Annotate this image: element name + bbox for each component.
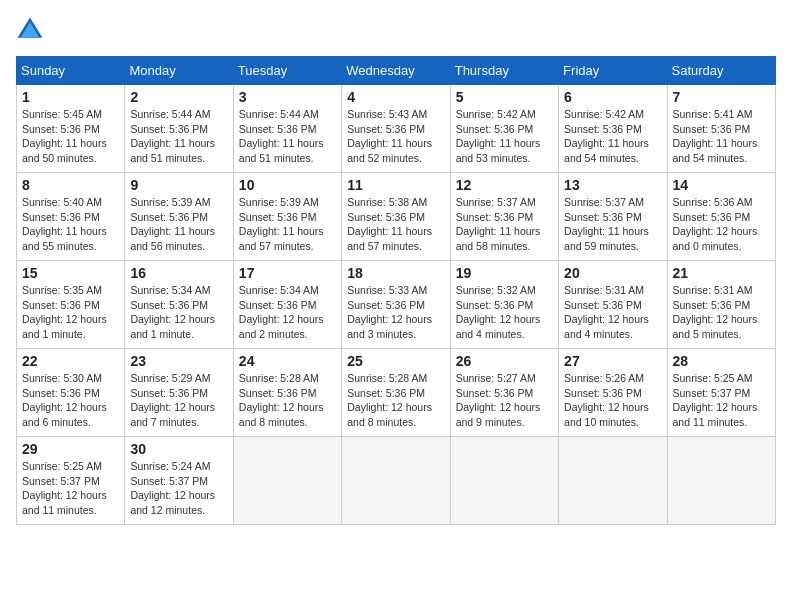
day-info: Sunrise: 5:44 AMSunset: 5:36 PMDaylight:… bbox=[239, 107, 336, 166]
calendar-header-wednesday: Wednesday bbox=[342, 57, 450, 85]
calendar-cell: 8Sunrise: 5:40 AMSunset: 5:36 PMDaylight… bbox=[17, 173, 125, 261]
calendar-cell: 10Sunrise: 5:39 AMSunset: 5:36 PMDayligh… bbox=[233, 173, 341, 261]
calendar-cell: 26Sunrise: 5:27 AMSunset: 5:36 PMDayligh… bbox=[450, 349, 558, 437]
day-number: 10 bbox=[239, 177, 336, 193]
calendar-cell: 19Sunrise: 5:32 AMSunset: 5:36 PMDayligh… bbox=[450, 261, 558, 349]
day-info: Sunrise: 5:44 AMSunset: 5:36 PMDaylight:… bbox=[130, 107, 227, 166]
calendar-cell: 5Sunrise: 5:42 AMSunset: 5:36 PMDaylight… bbox=[450, 85, 558, 173]
day-number: 16 bbox=[130, 265, 227, 281]
day-info: Sunrise: 5:42 AMSunset: 5:36 PMDaylight:… bbox=[564, 107, 661, 166]
day-number: 25 bbox=[347, 353, 444, 369]
day-number: 1 bbox=[22, 89, 119, 105]
day-info: Sunrise: 5:39 AMSunset: 5:36 PMDaylight:… bbox=[239, 195, 336, 254]
calendar-cell: 24Sunrise: 5:28 AMSunset: 5:36 PMDayligh… bbox=[233, 349, 341, 437]
calendar-cell: 29Sunrise: 5:25 AMSunset: 5:37 PMDayligh… bbox=[17, 437, 125, 525]
day-info: Sunrise: 5:39 AMSunset: 5:36 PMDaylight:… bbox=[130, 195, 227, 254]
day-info: Sunrise: 5:37 AMSunset: 5:36 PMDaylight:… bbox=[564, 195, 661, 254]
calendar-cell bbox=[667, 437, 775, 525]
calendar-cell: 25Sunrise: 5:28 AMSunset: 5:36 PMDayligh… bbox=[342, 349, 450, 437]
day-info: Sunrise: 5:38 AMSunset: 5:36 PMDaylight:… bbox=[347, 195, 444, 254]
day-number: 9 bbox=[130, 177, 227, 193]
calendar-week-2: 8Sunrise: 5:40 AMSunset: 5:36 PMDaylight… bbox=[17, 173, 776, 261]
day-info: Sunrise: 5:42 AMSunset: 5:36 PMDaylight:… bbox=[456, 107, 553, 166]
calendar-cell: 27Sunrise: 5:26 AMSunset: 5:36 PMDayligh… bbox=[559, 349, 667, 437]
calendar-cell: 11Sunrise: 5:38 AMSunset: 5:36 PMDayligh… bbox=[342, 173, 450, 261]
calendar-cell: 17Sunrise: 5:34 AMSunset: 5:36 PMDayligh… bbox=[233, 261, 341, 349]
calendar-cell: 6Sunrise: 5:42 AMSunset: 5:36 PMDaylight… bbox=[559, 85, 667, 173]
calendar-header-saturday: Saturday bbox=[667, 57, 775, 85]
day-number: 3 bbox=[239, 89, 336, 105]
day-number: 26 bbox=[456, 353, 553, 369]
calendar-week-5: 29Sunrise: 5:25 AMSunset: 5:37 PMDayligh… bbox=[17, 437, 776, 525]
day-number: 14 bbox=[673, 177, 770, 193]
calendar-cell: 30Sunrise: 5:24 AMSunset: 5:37 PMDayligh… bbox=[125, 437, 233, 525]
logo bbox=[16, 16, 48, 44]
day-number: 30 bbox=[130, 441, 227, 457]
day-info: Sunrise: 5:30 AMSunset: 5:36 PMDaylight:… bbox=[22, 371, 119, 430]
day-number: 12 bbox=[456, 177, 553, 193]
day-info: Sunrise: 5:43 AMSunset: 5:36 PMDaylight:… bbox=[347, 107, 444, 166]
day-info: Sunrise: 5:35 AMSunset: 5:36 PMDaylight:… bbox=[22, 283, 119, 342]
day-number: 7 bbox=[673, 89, 770, 105]
calendar-cell: 28Sunrise: 5:25 AMSunset: 5:37 PMDayligh… bbox=[667, 349, 775, 437]
day-number: 6 bbox=[564, 89, 661, 105]
day-info: Sunrise: 5:29 AMSunset: 5:36 PMDaylight:… bbox=[130, 371, 227, 430]
day-number: 22 bbox=[22, 353, 119, 369]
day-info: Sunrise: 5:36 AMSunset: 5:36 PMDaylight:… bbox=[673, 195, 770, 254]
day-number: 15 bbox=[22, 265, 119, 281]
calendar-header-thursday: Thursday bbox=[450, 57, 558, 85]
day-number: 19 bbox=[456, 265, 553, 281]
day-number: 11 bbox=[347, 177, 444, 193]
day-info: Sunrise: 5:45 AMSunset: 5:36 PMDaylight:… bbox=[22, 107, 119, 166]
day-info: Sunrise: 5:34 AMSunset: 5:36 PMDaylight:… bbox=[239, 283, 336, 342]
calendar-cell: 4Sunrise: 5:43 AMSunset: 5:36 PMDaylight… bbox=[342, 85, 450, 173]
calendar-cell: 13Sunrise: 5:37 AMSunset: 5:36 PMDayligh… bbox=[559, 173, 667, 261]
calendar-week-1: 1Sunrise: 5:45 AMSunset: 5:36 PMDaylight… bbox=[17, 85, 776, 173]
day-info: Sunrise: 5:31 AMSunset: 5:36 PMDaylight:… bbox=[673, 283, 770, 342]
day-number: 18 bbox=[347, 265, 444, 281]
day-number: 17 bbox=[239, 265, 336, 281]
logo-icon bbox=[16, 16, 44, 44]
calendar-cell: 22Sunrise: 5:30 AMSunset: 5:36 PMDayligh… bbox=[17, 349, 125, 437]
calendar-header-friday: Friday bbox=[559, 57, 667, 85]
day-info: Sunrise: 5:33 AMSunset: 5:36 PMDaylight:… bbox=[347, 283, 444, 342]
day-info: Sunrise: 5:34 AMSunset: 5:36 PMDaylight:… bbox=[130, 283, 227, 342]
day-info: Sunrise: 5:27 AMSunset: 5:36 PMDaylight:… bbox=[456, 371, 553, 430]
calendar-cell: 16Sunrise: 5:34 AMSunset: 5:36 PMDayligh… bbox=[125, 261, 233, 349]
day-number: 20 bbox=[564, 265, 661, 281]
day-number: 28 bbox=[673, 353, 770, 369]
day-info: Sunrise: 5:25 AMSunset: 5:37 PMDaylight:… bbox=[22, 459, 119, 518]
calendar-cell: 15Sunrise: 5:35 AMSunset: 5:36 PMDayligh… bbox=[17, 261, 125, 349]
calendar-cell bbox=[450, 437, 558, 525]
calendar-cell: 2Sunrise: 5:44 AMSunset: 5:36 PMDaylight… bbox=[125, 85, 233, 173]
day-info: Sunrise: 5:26 AMSunset: 5:36 PMDaylight:… bbox=[564, 371, 661, 430]
calendar-header-row: SundayMondayTuesdayWednesdayThursdayFrid… bbox=[17, 57, 776, 85]
day-info: Sunrise: 5:24 AMSunset: 5:37 PMDaylight:… bbox=[130, 459, 227, 518]
calendar-cell: 21Sunrise: 5:31 AMSunset: 5:36 PMDayligh… bbox=[667, 261, 775, 349]
day-info: Sunrise: 5:32 AMSunset: 5:36 PMDaylight:… bbox=[456, 283, 553, 342]
calendar-cell: 3Sunrise: 5:44 AMSunset: 5:36 PMDaylight… bbox=[233, 85, 341, 173]
calendar-cell bbox=[233, 437, 341, 525]
calendar-cell: 20Sunrise: 5:31 AMSunset: 5:36 PMDayligh… bbox=[559, 261, 667, 349]
calendar-header-sunday: Sunday bbox=[17, 57, 125, 85]
calendar-header-monday: Monday bbox=[125, 57, 233, 85]
day-info: Sunrise: 5:28 AMSunset: 5:36 PMDaylight:… bbox=[239, 371, 336, 430]
calendar-header-tuesday: Tuesday bbox=[233, 57, 341, 85]
calendar-table: SundayMondayTuesdayWednesdayThursdayFrid… bbox=[16, 56, 776, 525]
day-number: 4 bbox=[347, 89, 444, 105]
calendar-cell: 18Sunrise: 5:33 AMSunset: 5:36 PMDayligh… bbox=[342, 261, 450, 349]
day-number: 2 bbox=[130, 89, 227, 105]
day-info: Sunrise: 5:25 AMSunset: 5:37 PMDaylight:… bbox=[673, 371, 770, 430]
calendar-cell: 7Sunrise: 5:41 AMSunset: 5:36 PMDaylight… bbox=[667, 85, 775, 173]
day-info: Sunrise: 5:31 AMSunset: 5:36 PMDaylight:… bbox=[564, 283, 661, 342]
day-number: 23 bbox=[130, 353, 227, 369]
day-info: Sunrise: 5:41 AMSunset: 5:36 PMDaylight:… bbox=[673, 107, 770, 166]
calendar-cell: 14Sunrise: 5:36 AMSunset: 5:36 PMDayligh… bbox=[667, 173, 775, 261]
calendar-cell: 9Sunrise: 5:39 AMSunset: 5:36 PMDaylight… bbox=[125, 173, 233, 261]
calendar-week-3: 15Sunrise: 5:35 AMSunset: 5:36 PMDayligh… bbox=[17, 261, 776, 349]
day-number: 21 bbox=[673, 265, 770, 281]
day-number: 13 bbox=[564, 177, 661, 193]
calendar-cell bbox=[342, 437, 450, 525]
day-number: 24 bbox=[239, 353, 336, 369]
day-info: Sunrise: 5:28 AMSunset: 5:36 PMDaylight:… bbox=[347, 371, 444, 430]
